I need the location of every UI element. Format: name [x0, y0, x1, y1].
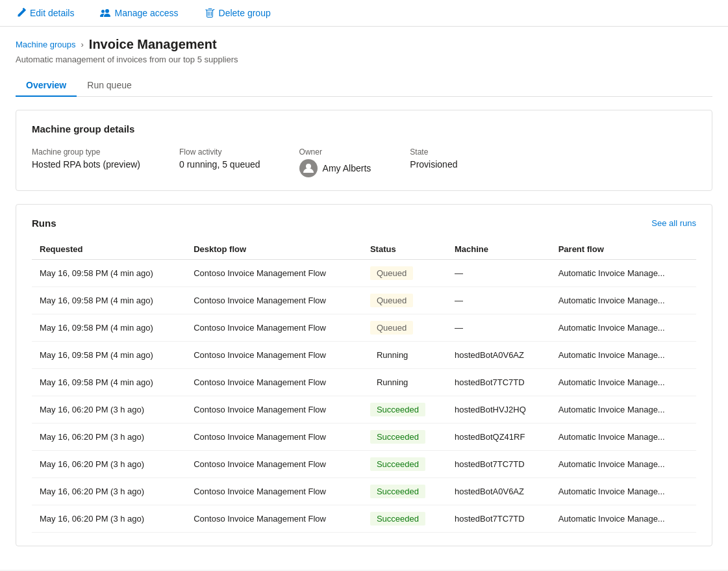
cell-desktop-flow: Contoso Invoice Management Flow — [186, 287, 362, 314]
tab-run-queue[interactable]: Run queue — [77, 75, 142, 97]
cell-status: Running — [362, 342, 447, 369]
cell-requested: May 16, 09:58 PM (4 min ago) — [32, 369, 186, 396]
activity-label: Flow activity — [179, 147, 260, 157]
table-row: May 16, 09:58 PM (4 min ago) Contoso Inv… — [32, 314, 696, 342]
tab-overview[interactable]: Overview — [16, 75, 77, 97]
runs-table-header: Requested Desktop flow Status Machine Pa… — [32, 239, 696, 260]
tabs: Overview Run queue — [16, 75, 712, 97]
cell-desktop-flow: Contoso Invoice Management Flow — [186, 396, 362, 424]
cell-desktop-flow: Contoso Invoice Management Flow — [186, 478, 362, 505]
state-value: Provisioned — [410, 159, 457, 170]
col-parent-flow: Parent flow — [551, 239, 696, 260]
delete-icon — [205, 8, 215, 18]
cell-desktop-flow: Contoso Invoice Management Flow — [186, 342, 362, 369]
col-requested: Requested — [32, 239, 186, 260]
machine-group-details-card: Machine group details Machine group type… — [16, 110, 712, 191]
cell-parent-flow: Automatic Invoice Manage... — [551, 314, 696, 342]
table-row: May 16, 09:58 PM (4 min ago) Contoso Inv… — [32, 369, 696, 396]
type-label: Machine group type — [32, 147, 140, 157]
cell-desktop-flow: Contoso Invoice Management Flow — [186, 260, 362, 287]
cell-machine: — — [447, 314, 551, 342]
cell-machine: hostedBotA0V6AZ — [447, 478, 551, 505]
cell-status: Succeeded — [362, 478, 447, 505]
cell-status: Succeeded — [362, 451, 447, 478]
cell-machine: — — [447, 260, 551, 287]
runs-table: Requested Desktop flow Status Machine Pa… — [32, 239, 696, 533]
table-row: May 16, 06:20 PM (3 h ago) Contoso Invoi… — [32, 505, 696, 533]
cell-status: Succeeded — [362, 396, 447, 424]
cell-parent-flow: Automatic Invoice Manage... — [551, 369, 696, 396]
detail-type: Machine group type Hosted RPA bots (prev… — [32, 147, 140, 177]
detail-activity: Flow activity 0 running, 5 queued — [179, 147, 260, 177]
runs-card: Runs See all runs Requested Desktop flow… — [16, 204, 712, 546]
see-all-runs-link[interactable]: See all runs — [651, 218, 696, 228]
edit-details-button[interactable]: Edit details — [10, 5, 79, 21]
cell-status: Queued — [362, 260, 447, 287]
machine-group-details-title: Machine group details — [32, 123, 696, 134]
delete-group-button[interactable]: Delete group — [199, 5, 276, 21]
cell-desktop-flow: Contoso Invoice Management Flow — [186, 451, 362, 478]
col-desktop-flow: Desktop flow — [186, 239, 362, 260]
owner-value: Amy Alberts — [323, 163, 371, 173]
cell-desktop-flow: Contoso Invoice Management Flow — [186, 424, 362, 451]
cell-machine: hostedBotA0V6AZ — [447, 342, 551, 369]
runs-title: Runs — [32, 218, 56, 229]
cell-parent-flow: Automatic Invoice Manage... — [551, 424, 696, 451]
cell-status: Queued — [362, 314, 447, 342]
cell-status: Running — [362, 369, 447, 396]
cell-parent-flow: Automatic Invoice Manage... — [551, 287, 696, 314]
runs-header: Runs See all runs — [32, 218, 696, 229]
type-value: Hosted RPA bots (preview) — [32, 159, 140, 170]
cell-requested: May 16, 06:20 PM (3 h ago) — [32, 505, 186, 533]
cell-requested: May 16, 09:58 PM (4 min ago) — [32, 260, 186, 287]
details-grid: Machine group type Hosted RPA bots (prev… — [32, 147, 696, 177]
state-label: State — [410, 147, 457, 157]
col-machine: Machine — [447, 239, 551, 260]
cell-parent-flow: Automatic Invoice Manage... — [551, 451, 696, 478]
cell-status: Succeeded — [362, 424, 447, 451]
table-row: May 16, 09:58 PM (4 min ago) Contoso Inv… — [32, 260, 696, 287]
cell-machine: hostedBot7TC7TD — [447, 369, 551, 396]
cell-requested: May 16, 06:20 PM (3 h ago) — [32, 451, 186, 478]
cell-requested: May 16, 09:58 PM (4 min ago) — [32, 287, 186, 314]
cell-requested: May 16, 09:58 PM (4 min ago) — [32, 342, 186, 369]
manage-access-icon — [100, 8, 110, 18]
cell-machine: hostedBotHVJ2HQ — [447, 396, 551, 424]
cell-requested: May 16, 06:20 PM (3 h ago) — [32, 478, 186, 505]
cell-desktop-flow: Contoso Invoice Management Flow — [186, 369, 362, 396]
runs-tbody: May 16, 09:58 PM (4 min ago) Contoso Inv… — [32, 260, 696, 533]
owner-label: Owner — [299, 147, 371, 157]
cell-status: Queued — [362, 287, 447, 314]
cell-parent-flow: Automatic Invoice Manage... — [551, 342, 696, 369]
page-content: Machine groups › Invoice Management Auto… — [0, 27, 728, 570]
toolbar: Edit details Manage access Delete group — [0, 0, 728, 27]
cell-desktop-flow: Contoso Invoice Management Flow — [186, 505, 362, 533]
edit-icon — [16, 8, 26, 18]
table-row: May 16, 06:20 PM (3 h ago) Contoso Invoi… — [32, 424, 696, 451]
table-row: May 16, 09:58 PM (4 min ago) Contoso Inv… — [32, 287, 696, 314]
cell-machine: hostedBotQZ41RF — [447, 424, 551, 451]
cell-machine: — — [447, 287, 551, 314]
cell-parent-flow: Automatic Invoice Manage... — [551, 260, 696, 287]
cell-parent-flow: Automatic Invoice Manage... — [551, 505, 696, 533]
cell-status: Succeeded — [362, 505, 447, 533]
breadcrumb: Machine groups › Invoice Management — [16, 37, 712, 52]
svg-point-0 — [306, 164, 311, 169]
breadcrumb-current: Invoice Management — [89, 37, 217, 52]
cell-desktop-flow: Contoso Invoice Management Flow — [186, 314, 362, 342]
breadcrumb-parent-link[interactable]: Machine groups — [16, 40, 76, 49]
table-row: May 16, 06:20 PM (3 h ago) Contoso Invoi… — [32, 396, 696, 424]
cell-requested: May 16, 06:20 PM (3 h ago) — [32, 424, 186, 451]
detail-state: State Provisioned — [410, 147, 457, 177]
owner-row: Amy Alberts — [299, 159, 371, 177]
page-subtitle: Automatic management of invoices from ou… — [16, 55, 712, 64]
cell-machine: hostedBot7TC7TD — [447, 505, 551, 533]
cell-requested: May 16, 06:20 PM (3 h ago) — [32, 396, 186, 424]
table-row: May 16, 06:20 PM (3 h ago) Contoso Invoi… — [32, 478, 696, 505]
breadcrumb-separator: › — [81, 40, 84, 49]
detail-owner: Owner Amy Alberts — [299, 147, 371, 177]
avatar — [299, 159, 318, 177]
table-row: May 16, 09:58 PM (4 min ago) Contoso Inv… — [32, 342, 696, 369]
manage-access-button[interactable]: Manage access — [95, 5, 183, 21]
table-row: May 16, 06:20 PM (3 h ago) Contoso Invoi… — [32, 451, 696, 478]
